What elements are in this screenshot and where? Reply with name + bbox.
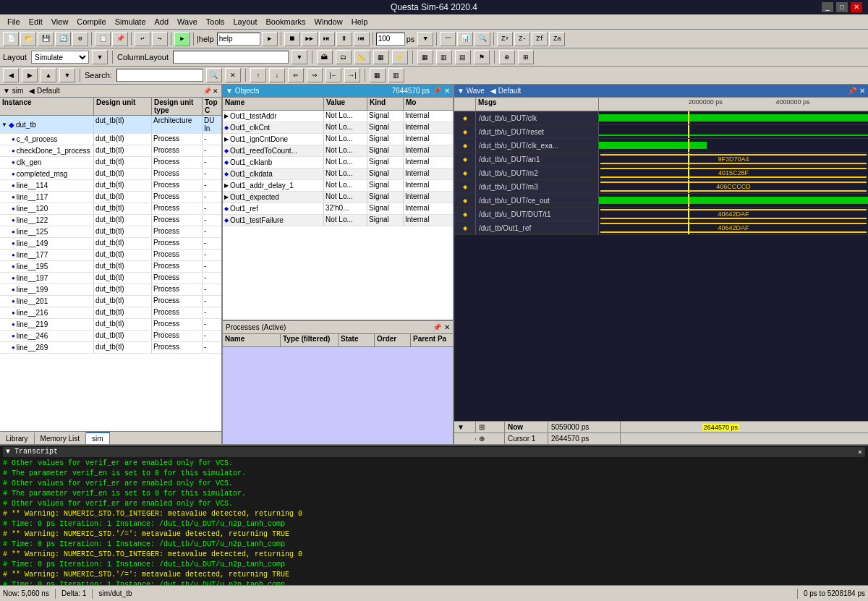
- wave-signal-row-1[interactable]: ◆ /dut_tb/u_DUT/reset: [454, 125, 868, 139]
- maximize-button[interactable]: □: [836, 2, 848, 12]
- tb-open-btn[interactable]: 📂: [20, 32, 36, 46]
- layout-btn1[interactable]: 🏔: [317, 50, 333, 64]
- menu-add[interactable]: Add: [150, 16, 174, 27]
- sim-pin-icon[interactable]: 📌: [203, 88, 211, 95]
- tb-save-btn[interactable]: 💾: [38, 32, 54, 46]
- tb-undo-btn[interactable]: ↩: [135, 32, 150, 46]
- tb-sim4-btn[interactable]: ⏸: [336, 32, 352, 46]
- search-clear-btn[interactable]: ✕: [225, 68, 241, 82]
- sim-row-13[interactable]: ● line__199 dut_tb(tl) Process -: [0, 284, 221, 296]
- layout-btn3[interactable]: 📐: [354, 50, 370, 64]
- sim-row-15[interactable]: ● line__216 dut_tb(tl) Process -: [0, 307, 221, 319]
- layout-btn2[interactable]: 🗂: [336, 50, 352, 64]
- layout-wave1[interactable]: ▦: [417, 50, 433, 64]
- layout-nav1[interactable]: ⊕: [499, 50, 515, 64]
- sim-row-5[interactable]: ● line__117 dut_tb(tl) Process -: [0, 192, 221, 203]
- obj-row-7[interactable]: ▶ Out1_expected Not Lo... Signal Interna…: [223, 192, 453, 203]
- menu-window[interactable]: Window: [310, 16, 347, 27]
- search-wave-btn2[interactable]: ↓: [269, 68, 285, 82]
- layout-select[interactable]: Simulate: [31, 51, 89, 64]
- wave-signal-row-3[interactable]: ◆ /dut_tb/u_DUT/an1 9F3D70A4: [454, 153, 868, 166]
- sim-row-0[interactable]: ● c_4_process dut_tb(tl) Process -: [0, 134, 221, 145]
- layout-btn5[interactable]: ⚡: [392, 50, 408, 64]
- sim-row-7[interactable]: ● line__122 dut_tb(tl) Process -: [0, 215, 221, 226]
- tb-new-btn[interactable]: 📄: [3, 32, 19, 46]
- wave-signal-row-7[interactable]: ◆ /dut_tb/u_DUT/DUT/t1 40642DAF: [454, 208, 868, 221]
- menu-compile[interactable]: Compile: [72, 16, 110, 27]
- obj-row-0[interactable]: ▶ Out1_testAddr Not Lo... Signal Interna…: [223, 111, 453, 122]
- sim-row-2[interactable]: ● clk_gen dut_tb(tl) Process -: [0, 157, 221, 169]
- tab-memory-list[interactable]: Memory List: [35, 432, 86, 444]
- window-controls[interactable]: _ □ ✕: [822, 2, 862, 12]
- sim-row-17[interactable]: ● line__246 dut_tb(tl) Process -: [0, 331, 221, 342]
- search-wave-btn3[interactable]: ⇐: [288, 68, 304, 82]
- sim-row-18[interactable]: ● line__269 dut_tb(tl) Process -: [0, 342, 221, 354]
- sim-row-16[interactable]: ● line__219 dut_tb(tl) Process -: [0, 319, 221, 331]
- search-wave-btn6[interactable]: →|: [344, 68, 360, 82]
- sim-row-6[interactable]: ● line__120 dut_tb(tl) Process -: [0, 203, 221, 215]
- obj-row-6[interactable]: ▶ Out1_addr_delay_1 Not Lo... Signal Int…: [223, 180, 453, 192]
- search-input[interactable]: [116, 69, 203, 82]
- layout-dropdown-btn[interactable]: ▼: [92, 50, 108, 64]
- layout-nav2[interactable]: ⊞: [518, 50, 534, 64]
- processes-pin-icon[interactable]: 📌: [433, 323, 441, 331]
- tb-wave1-btn[interactable]: 〰: [440, 32, 456, 46]
- search-back-btn[interactable]: ◀: [3, 68, 19, 82]
- menu-layout[interactable]: Layout: [229, 16, 262, 27]
- sim-row-9[interactable]: ● line__149 dut_tb(tl) Process -: [0, 238, 221, 250]
- transcript-close[interactable]: ✕: [858, 448, 862, 456]
- tb-time-btn[interactable]: ▼: [417, 32, 433, 46]
- transcript-area[interactable]: ▼ Transcript ✕ # Other values for verif_…: [0, 444, 868, 585]
- wave-signal-row-8[interactable]: ◆ /dut_tb/Out1_ref 40642DAF: [454, 221, 868, 235]
- sim-row-14[interactable]: ● line__201 dut_tb(tl) Process -: [0, 296, 221, 307]
- layout-wave2[interactable]: ▥: [436, 50, 452, 64]
- search-down-btn[interactable]: ▼: [59, 68, 75, 82]
- wave-signal-row-2[interactable]: ◆ /dut_tb/u_DUT/clk_exa...: [454, 139, 868, 153]
- sim-time-input[interactable]: [376, 33, 405, 46]
- obj-row-2[interactable]: ▶ Out1_ignCntDone Not Lo... Signal Inter…: [223, 134, 453, 145]
- search-wave-btn1[interactable]: ↑: [250, 68, 266, 82]
- tb-copy-btn[interactable]: 📋: [95, 32, 111, 46]
- search-wave-btn5[interactable]: |←: [326, 68, 341, 82]
- sim-row-12[interactable]: ● line__197 dut_tb(tl) Process -: [0, 273, 221, 284]
- wave-signal-row-4[interactable]: ◆ /dut_tb/u_DUT/m2 4015C28F: [454, 166, 868, 180]
- processes-close-icon[interactable]: ✕: [444, 323, 450, 331]
- col-layout-dropdown-btn[interactable]: ▼: [292, 50, 307, 64]
- wave-close-icon[interactable]: ✕: [859, 87, 865, 95]
- menu-edit[interactable]: Edit: [25, 16, 47, 27]
- obj-row-3[interactable]: ◆ Out1_reedToCount... Not Lo... Signal I…: [223, 145, 453, 157]
- tb-run-btn[interactable]: ▶: [174, 32, 190, 46]
- tb-wave3-btn[interactable]: 🔍: [475, 32, 490, 46]
- tb-paste-btn[interactable]: 📌: [112, 32, 128, 46]
- sim-close-icon[interactable]: ✕: [213, 88, 218, 95]
- menu-simulate[interactable]: Simulate: [111, 16, 150, 27]
- search-up-btn[interactable]: ▲: [41, 68, 56, 82]
- obj-row-5[interactable]: ◆ Out1_clkdata Not Lo... Signal Internal: [223, 169, 453, 180]
- layout-wave3[interactable]: ▤: [455, 50, 471, 64]
- sim-row-1[interactable]: ● checkDone_1_process dut_tb(tl) Process…: [0, 145, 221, 157]
- sim-row-3[interactable]: ● completed_msg dut_tb(tl) Process -: [0, 169, 221, 180]
- tab-library[interactable]: Library: [0, 432, 35, 444]
- obj-row-8[interactable]: ◆ Out1_ref 32'h0... Signal Internal: [223, 203, 453, 215]
- menu-wave[interactable]: Wave: [173, 16, 202, 27]
- tb-z1-btn[interactable]: Z+: [497, 32, 513, 46]
- tb-sim1-btn[interactable]: ⏹: [284, 32, 300, 46]
- layout-wave4[interactable]: ⚑: [474, 50, 490, 64]
- tb-sim2-btn[interactable]: ▶▶: [302, 32, 318, 46]
- tb-compile-btn[interactable]: ⚙: [72, 32, 88, 46]
- search-wave-btn4[interactable]: ⇒: [307, 68, 323, 82]
- tb-sim3-btn[interactable]: ⏭: [319, 32, 335, 46]
- search-extra2[interactable]: ▥: [388, 68, 404, 82]
- sim-row-dut-tb[interactable]: ▼ ◆ dut_tb dut_tb(tl) Architecture DU In: [0, 116, 221, 134]
- tb-z3-btn[interactable]: Zf: [532, 32, 548, 46]
- tab-sim[interactable]: sim: [86, 432, 110, 444]
- help-input[interactable]: [217, 33, 260, 46]
- search-extra1[interactable]: ▦: [370, 68, 386, 82]
- col-layout-input[interactable]: [173, 51, 289, 64]
- wave-signal-row-0[interactable]: ◆ /dut_tb/u_DUT/clk: [454, 111, 868, 125]
- sim-row-8[interactable]: ● line__125 dut_tb(tl) Process -: [0, 226, 221, 238]
- menu-view[interactable]: View: [47, 16, 73, 27]
- tb-wave2-btn[interactable]: 📊: [457, 32, 473, 46]
- tb-redo-btn[interactable]: ↪: [152, 32, 168, 46]
- obj-row-4[interactable]: ◆ Out1_clklanb Not Lo... Signal Internal: [223, 157, 453, 169]
